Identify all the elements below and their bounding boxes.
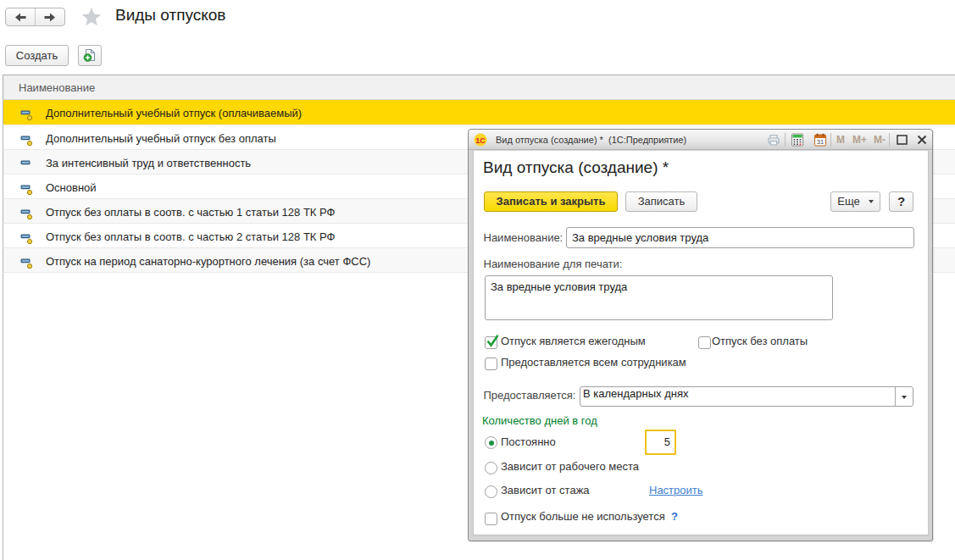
svg-text:1С: 1С xyxy=(475,136,486,145)
svg-text:31: 31 xyxy=(817,138,824,146)
